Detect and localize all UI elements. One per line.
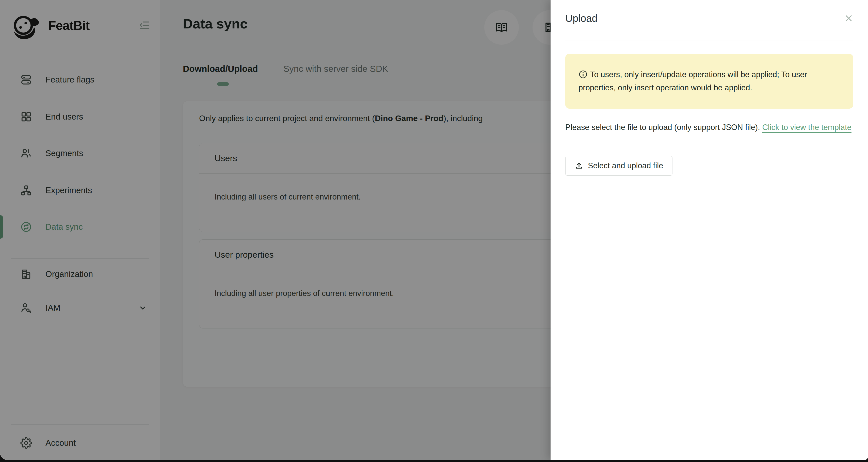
close-icon[interactable] [843, 12, 855, 24]
upload-drawer: Upload To users, only insert/update oper… [551, 0, 868, 460]
upload-icon [575, 161, 583, 170]
select-upload-file-button[interactable]: Select and upload file [565, 156, 673, 176]
upload-info-alert: To users, only insert/update operations … [565, 54, 853, 109]
alert-text: To users, only insert/update operations … [579, 70, 807, 92]
instruction-text: Please select the file to upload (only s… [565, 123, 762, 132]
view-template-link[interactable]: Click to view the template [762, 123, 851, 132]
upload-button-label: Select and upload file [588, 161, 663, 170]
drawer-title: Upload [565, 13, 597, 24]
upload-instruction: Please select the file to upload (only s… [565, 121, 853, 134]
info-circle-icon [579, 70, 588, 79]
app-window: FeatBit Feature flags [0, 0, 868, 460]
